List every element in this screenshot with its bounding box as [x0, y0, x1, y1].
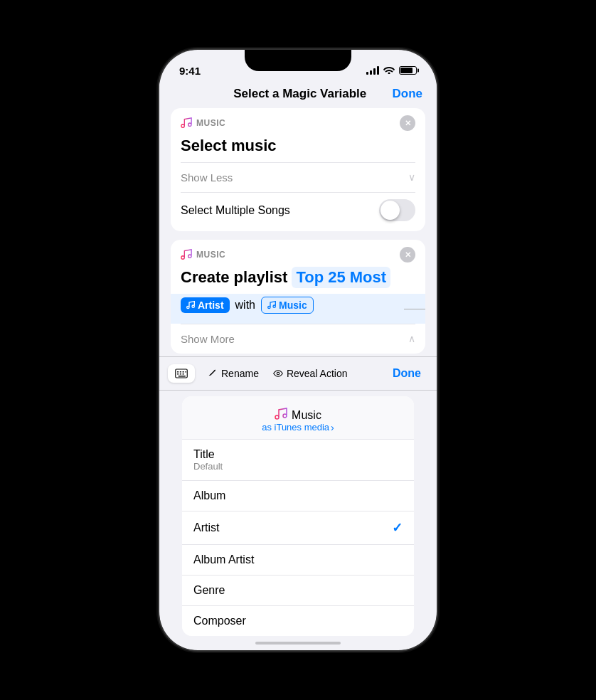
- variable-header: Music as iTunes media ›: [182, 396, 414, 440]
- svg-rect-1: [177, 371, 179, 373]
- var-list-item-album-artist[interactable]: Album Artist: [182, 545, 414, 576]
- svg-rect-6: [180, 373, 181, 375]
- svg-rect-3: [183, 371, 184, 373]
- multiple-songs-toggle[interactable]: [379, 199, 415, 221]
- variable-panel-wrapper: Music as iTunes media › Title Default: [159, 391, 437, 636]
- home-indicator: [255, 642, 341, 645]
- card1-title: Select music: [171, 135, 425, 162]
- with-text: with: [235, 299, 255, 312]
- toolbar: Rename Reveal Action Done: [159, 356, 437, 391]
- music-note-icon: [181, 117, 192, 129]
- chevron-down-icon: ∨: [408, 171, 415, 183]
- card2-close-button[interactable]: ✕: [400, 247, 415, 262]
- reveal-action-label: Reveal Action: [287, 368, 348, 379]
- music-note-icon-panel: [275, 408, 287, 420]
- show-more-label: Show More: [181, 333, 235, 345]
- nav-bar: Select a Magic Variable Done: [159, 81, 437, 108]
- svg-rect-2: [180, 371, 181, 373]
- status-icons: [366, 65, 417, 76]
- create-playlist-label: Create playlist: [181, 268, 287, 287]
- toggle-row: Select Multiple Songs: [171, 192, 425, 231]
- magic-variable-row: Artist with Music: [171, 294, 425, 324]
- home-indicator-area: [159, 636, 437, 647]
- show-more-row[interactable]: Show More ∧: [171, 324, 425, 354]
- var-list-item-album[interactable]: Album: [182, 481, 414, 511]
- rename-label: Rename: [221, 368, 259, 379]
- artist-pill-label: Artist: [198, 299, 224, 311]
- card1-close-button[interactable]: ✕: [400, 115, 415, 131]
- music-note-icon-3: [186, 301, 195, 309]
- chevron-up-icon: ∧: [408, 333, 415, 344]
- variable-panel: Music as iTunes media › Title Default: [182, 396, 414, 636]
- card-create-playlist: MUSIC ✕ Create playlist Top 25 Most Arti…: [171, 240, 425, 354]
- var-list-item-title[interactable]: Title Default: [182, 440, 414, 481]
- var-list: Title Default Album Artist ✓: [182, 440, 414, 636]
- card2-header: MUSIC ✕: [171, 240, 425, 267]
- card-select-music: MUSIC ✕ Select music Show Less ∨ Select …: [171, 108, 425, 231]
- reveal-action-button[interactable]: Reveal Action: [266, 364, 355, 383]
- toolbar-done-button[interactable]: Done: [385, 363, 428, 384]
- chevron-right-icon: ›: [331, 422, 334, 433]
- nav-title: Select a Magic Variable: [233, 87, 366, 101]
- show-less-row[interactable]: Show Less ∨: [171, 163, 425, 192]
- nav-done-button[interactable]: Done: [392, 87, 422, 101]
- wifi-icon: [383, 65, 395, 76]
- keyboard-button[interactable]: [168, 364, 195, 383]
- battery-icon: [399, 66, 417, 75]
- music-note-icon-2: [181, 249, 192, 260]
- top25-highlight[interactable]: Top 25 Most: [292, 267, 390, 288]
- music-note-icon-4: [267, 301, 276, 309]
- var-list-item-genre[interactable]: Genre: [182, 576, 414, 606]
- checkmark-icon: ✓: [392, 520, 403, 536]
- artist-pill[interactable]: Artist: [181, 297, 230, 313]
- card1-header: MUSIC ✕: [171, 108, 425, 135]
- svg-rect-5: [177, 373, 179, 375]
- variable-panel-title: Music: [292, 409, 321, 422]
- pencil-icon: [208, 368, 218, 378]
- svg-rect-8: [179, 376, 186, 377]
- multiple-songs-label: Select Multiple Songs: [181, 204, 290, 217]
- cards-container: MUSIC ✕ Select music Show Less ∨ Select …: [159, 108, 437, 354]
- card1-category: MUSIC: [196, 118, 225, 128]
- music-pill[interactable]: Music: [261, 297, 314, 314]
- connector-line: [404, 309, 425, 309]
- itunes-media-label: as iTunes media: [262, 422, 329, 433]
- phone-frame: 9:41 Select a Magic Variable Do: [159, 50, 437, 650]
- eye-icon: [273, 368, 283, 378]
- svg-rect-7: [183, 373, 184, 375]
- svg-rect-4: [185, 371, 186, 373]
- var-list-item-artist[interactable]: Artist ✓: [182, 511, 414, 545]
- create-playlist-line: Create playlist Top 25 Most: [171, 267, 425, 294]
- show-less-label: Show Less: [181, 171, 233, 184]
- var-list-item-composer[interactable]: Composer: [182, 606, 414, 636]
- phone-screen: 9:41 Select a Magic Variable Do: [159, 50, 437, 650]
- rename-button[interactable]: Rename: [201, 364, 266, 383]
- music-pill-label: Music: [279, 299, 307, 311]
- itunes-media-link[interactable]: as iTunes media ›: [262, 422, 334, 433]
- signal-bars-icon: [366, 66, 379, 75]
- status-time: 9:41: [179, 65, 201, 77]
- notch: [245, 50, 351, 71]
- card2-category: MUSIC: [196, 250, 225, 260]
- keyboard-icon: [175, 368, 188, 378]
- svg-point-9: [277, 372, 280, 375]
